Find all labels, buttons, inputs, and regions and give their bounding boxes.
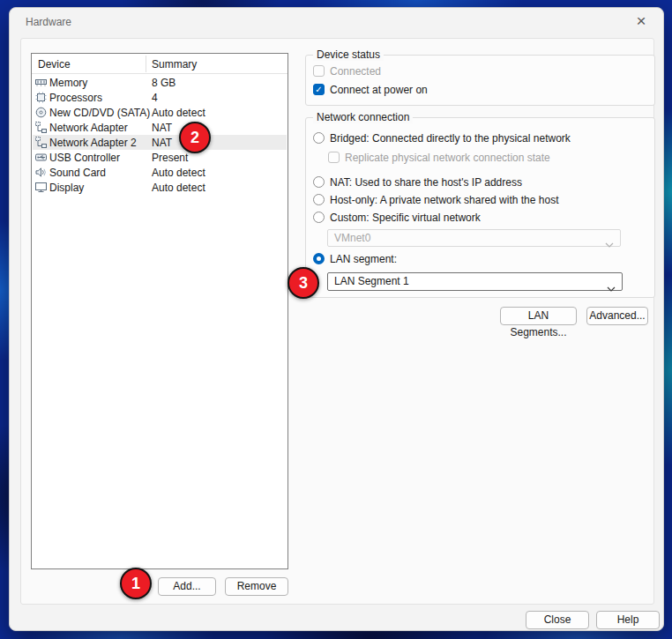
title-bar: Hardware ×	[10, 8, 663, 38]
table-row-network-adapter-2[interactable]: Network Adapter 2 NAT	[33, 135, 287, 150]
device-summary: 8 GB	[152, 77, 175, 89]
device-name: Memory	[49, 77, 87, 89]
hardware-dialog: Hardware × Device Summary Memory 8 GB Pr…	[9, 7, 664, 631]
column-header-device[interactable]: Device	[38, 58, 71, 71]
device-list-header: Device Summary	[32, 54, 287, 74]
bridged-label: Bridged: Connected directly to the physi…	[330, 132, 571, 145]
device-status-group-title: Device status	[313, 48, 384, 61]
device-status-group: Device status Connected ✓ Connect at pow…	[305, 55, 655, 106]
device-summary: Present	[152, 152, 188, 164]
add-button[interactable]: Add...	[158, 577, 216, 596]
chevron-down-icon	[607, 280, 616, 296]
table-row-network-adapter[interactable]: Network Adapter NAT	[33, 120, 287, 135]
device-name: Processors	[49, 92, 102, 104]
device-name: Display	[49, 182, 84, 194]
processor-icon	[35, 92, 47, 103]
replicate-checkbox	[328, 152, 340, 163]
cd-dvd-icon	[35, 107, 47, 118]
network-connection-group: Network connection Bridged: Connected di…	[305, 117, 655, 298]
replicate-label: Replicate physical network connection st…	[345, 152, 550, 164]
network-connection-group-title: Network connection	[313, 111, 413, 123]
device-summary: NAT	[152, 122, 172, 134]
device-summary: Auto detect	[152, 107, 205, 119]
close-icon[interactable]: ×	[631, 11, 652, 32]
content-panel: Device Summary Memory 8 GB Processors 4 …	[20, 38, 654, 605]
lan-segment-value: LAN Segment 1	[334, 275, 409, 287]
help-button[interactable]: Help	[596, 611, 660, 629]
advanced-button[interactable]: Advanced...	[586, 307, 648, 325]
table-row-cd-dvd[interactable]: New CD/DVD (SATA) Auto detect	[33, 105, 287, 120]
table-row-sound-card[interactable]: Sound Card Auto detect	[33, 165, 287, 180]
bridged-radio[interactable]	[313, 132, 325, 144]
column-divider	[146, 56, 146, 72]
device-summary: Auto detect	[152, 182, 205, 194]
table-row-processors[interactable]: Processors 4	[33, 90, 287, 105]
device-summary: NAT	[152, 137, 172, 149]
connect-at-power-on-label: Connect at power on	[330, 84, 428, 96]
memory-icon	[35, 77, 47, 88]
lan-segment-label: LAN segment:	[330, 253, 397, 265]
nat-radio[interactable]	[313, 176, 325, 188]
table-row-memory[interactable]: Memory 8 GB	[33, 75, 287, 90]
usb-icon	[35, 152, 47, 163]
network-adapter-icon	[35, 137, 47, 148]
chevron-down-icon	[605, 236, 614, 252]
column-header-summary[interactable]: Summary	[152, 58, 197, 71]
device-name: New CD/DVD (SATA)	[49, 107, 150, 119]
close-button[interactable]: Close	[526, 611, 589, 629]
display-icon	[35, 182, 47, 193]
custom-network-value: VMnet0	[334, 232, 370, 244]
lan-segments-button[interactable]: LAN Segments...	[500, 307, 577, 325]
check-icon: ✓	[315, 85, 322, 94]
device-summary: 4	[152, 92, 158, 104]
connect-at-power-on-checkbox[interactable]: ✓	[313, 84, 325, 95]
device-name: Network Adapter 2	[49, 137, 137, 149]
table-row-display[interactable]: Display Auto detect	[33, 180, 287, 195]
custom-network-dropdown: VMnet0	[327, 229, 621, 247]
dialog-title: Hardware	[26, 16, 71, 28]
device-name: USB Controller	[49, 152, 120, 164]
custom-label: Custom: Specific virtual network	[330, 212, 481, 224]
nat-label: NAT: Used to share the host's IP address	[330, 176, 522, 189]
sound-icon	[35, 167, 47, 178]
device-summary: Auto detect	[152, 167, 205, 179]
connected-label: Connected	[330, 65, 381, 78]
table-row-usb-controller[interactable]: USB Controller Present	[33, 150, 287, 165]
host-only-label: Host-only: A private network shared with…	[330, 194, 558, 206]
device-name: Network Adapter	[49, 122, 128, 134]
annotation-step-1: 1	[120, 568, 152, 599]
custom-radio[interactable]	[313, 212, 325, 223]
remove-button[interactable]: Remove	[225, 577, 288, 596]
lan-segment-dropdown[interactable]: LAN Segment 1	[327, 272, 623, 291]
device-list: Device Summary Memory 8 GB Processors 4 …	[31, 53, 288, 569]
annotation-step-3: 3	[287, 267, 319, 299]
device-name: Sound Card	[49, 167, 106, 179]
network-adapter-icon	[35, 122, 47, 133]
connected-checkbox	[313, 65, 325, 77]
host-only-radio[interactable]	[313, 194, 325, 205]
annotation-step-2: 2	[179, 122, 211, 153]
lan-segment-radio[interactable]	[313, 253, 325, 264]
